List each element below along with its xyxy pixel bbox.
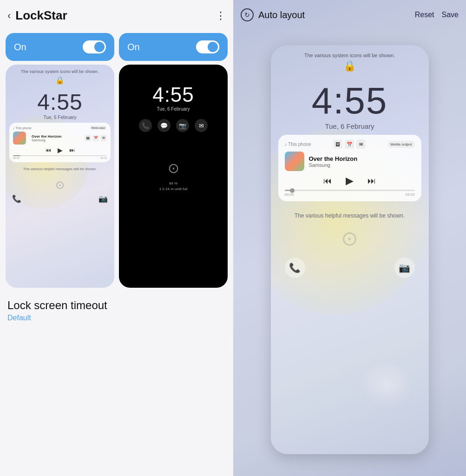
lg-music-album-art [285,152,304,171]
ls-bottom-hint: The various helpful messages will be sho… [6,164,114,174]
lg-icon-mail: ✉ [356,139,366,149]
auto-layout-icon: ↻ [241,8,254,21]
media-output-button[interactable]: Media output [90,126,107,130]
music-icon-3: ✉ [100,135,107,141]
lg-music-title: Over the Horizon [309,155,415,162]
dark-icon-msg: 💬 [158,119,171,132]
next-button[interactable]: ⏭ [69,147,75,153]
timeout-value[interactable]: Default [7,314,226,322]
left-panel: ‹ LockStar ⋮ On On The various system ic… [0,0,233,476]
lg-time-labels: 00:00 03:33 [285,192,415,197]
toggle-switch-1[interactable] [83,40,106,53]
play-button[interactable]: ▶ [58,146,63,154]
dark-date: Tue, 6 February [119,106,228,112]
lg-music-mid: Over the Horizon Samsung [285,152,415,171]
ls-time: 4:55 [6,89,114,115]
timeout-title: Lock screen timeout [7,299,226,312]
dark-fingerprint-icon: ⊙ [119,160,228,176]
fingerprint-icon: ⊙ [6,178,114,192]
music-progress [13,155,107,156]
ls-bottom-icons: 📞 📷 [6,192,114,206]
lg-music-top: ♪ This phone 🖼 📅 ✉ Media output [285,139,415,149]
ls-date: Tue, 6 February [6,115,114,120]
lg-bottom-hint: The various helpful messages will be sho… [271,205,429,219]
phone-preview-light[interactable]: The various system icons will be shown. … [6,65,114,288]
toggle-2-label: On [127,42,140,53]
large-phone-preview[interactable]: The various system icons will be shown. … [271,45,429,454]
lg-phone-icon: 📞 [285,258,305,278]
dark-icon-cam: 📷 [176,119,189,132]
lg-fingerprint-icon: ⊙ [271,226,429,250]
lg-play-button[interactable]: ▶ [346,175,354,187]
battery-info: 84 % 1 h 24 m until full [119,181,228,192]
lg-date: Tue, 6 February [271,122,429,130]
lg-camera-icon: 📷 [394,258,415,278]
toggle-card-1[interactable]: On [6,33,114,61]
reset-button[interactable]: Reset [415,11,434,19]
right-header: ↻ Auto layout Reset Save [233,0,466,28]
music-title: Over the Horizon [32,134,82,139]
dark-icons-row: 📞 💬 📷 ✉ [119,119,228,132]
music-icon-1: 🖼 [85,135,91,141]
lg-icon-cal: 📅 [345,139,354,149]
lg-bottom-icons: 📞 📷 [271,250,429,278]
toggle-knob-2 [208,42,218,52]
dark-icon-phone: 📞 [139,119,152,132]
right-panel: ↻ Auto layout Reset Save The various sys… [233,0,466,476]
music-progress-fill [13,155,20,156]
back-button[interactable]: ‹ [7,10,11,22]
lg-prev-button[interactable]: ⏮ [323,176,332,186]
lg-media-output-button[interactable]: Media output [387,141,414,148]
toggle-1-label: On [14,42,26,53]
music-top: ♪ This phone Media output [13,126,107,130]
music-controls: ⏮ ▶ ⏭ [13,146,107,154]
lg-controls: ⏮ ▶ ⏭ [285,175,415,187]
phone-preview-dark[interactable]: 4:55 Tue, 6 February 📞 💬 📷 ✉ ⊙ 84 % 1 h … [119,65,228,288]
lock-icon: 🔒 [6,76,114,85]
music-info: Over the Horizon Samsung [32,134,82,142]
lg-progress-dot [290,188,295,193]
toggle-knob-1 [94,42,105,52]
lg-music-text: Over the Horizon Samsung [309,155,415,168]
phone-preview-row: The various system icons will be shown. … [0,65,233,288]
left-header: ‹ LockStar ⋮ [0,0,233,29]
lg-top-hint: The various system icons will be shown. [271,45,429,60]
music-album-art [13,132,26,145]
save-button[interactable]: Save [442,11,459,19]
lg-time: 4:55 [271,79,429,122]
ls-top-hint: The various system icons will be shown. [6,65,114,75]
music-artist: Samsung [32,139,82,142]
music-icon-2: 📅 [92,135,99,141]
prev-button[interactable]: ⏮ [46,147,51,153]
music-widget: ♪ This phone Media output Over the Horiz… [9,123,111,162]
toggle-row: On On [0,29,233,65]
large-phone-container: The various system icons will be shown. … [233,28,466,476]
phone-icon: 📞 [12,194,21,203]
toggle-switch-2[interactable] [196,40,219,53]
lg-icon-img: 🖼 [333,139,342,149]
dark-icon-mail: ✉ [195,119,208,132]
lg-lock-icon: 🔒 [271,60,429,72]
lg-music-source: ♪ This phone [285,142,311,147]
lg-next-button[interactable]: ⏭ [368,176,376,186]
music-source: ♪ This phone [13,126,32,130]
lg-progress [285,190,415,191]
music-time-labels: 00:00 03:33 [13,157,107,159]
more-options-button[interactable]: ⋮ [216,10,226,22]
dark-time: 4:55 [119,83,228,106]
auto-layout-title: Auto layout [258,10,305,20]
camera-icon: 📷 [98,194,108,203]
timeout-section: Lock screen timeout Default [0,288,233,328]
toggle-card-2[interactable]: On [119,33,228,61]
lg-music-artist: Samsung [309,162,415,168]
lg-sparkle [359,361,415,408]
lg-music-widget: ♪ This phone 🖼 📅 ✉ Media output Over the… [278,135,421,201]
app-title: LockStar [15,8,67,23]
